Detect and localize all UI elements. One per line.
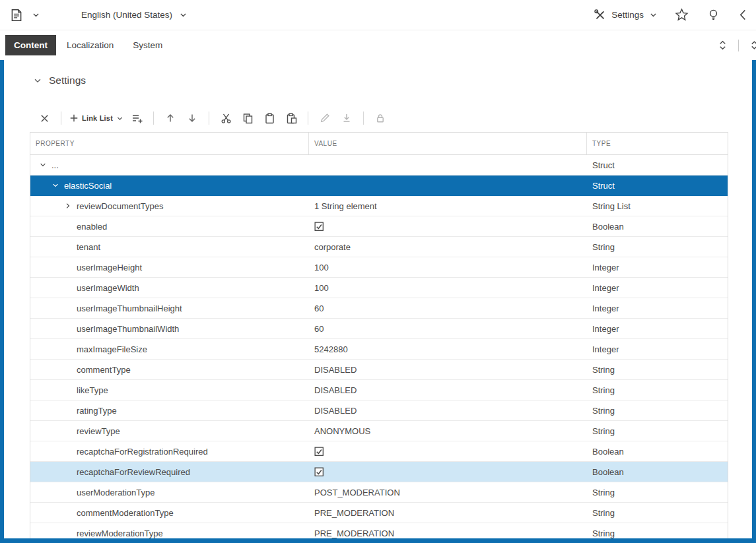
lightbulb-icon[interactable] — [706, 7, 721, 22]
panel-resize-icon[interactable] — [748, 38, 756, 52]
property-value: DISABLED — [309, 360, 587, 379]
edit-button[interactable] — [316, 110, 333, 127]
property-name: recaptchaForRegistrationRequired — [77, 447, 208, 457]
top-bar: English (United States) Settings — [0, 0, 756, 30]
property-value: DISABLED — [309, 400, 587, 420]
pencil-icon — [320, 113, 330, 123]
toolbar-separator — [153, 112, 154, 125]
tools-icon — [594, 9, 606, 21]
tab-localization[interactable]: Localization — [58, 35, 122, 55]
property-value: POST_MODERATION — [309, 482, 587, 502]
property-name: ratingType — [77, 406, 117, 416]
move-up-button[interactable] — [162, 110, 179, 127]
add-link-list-split-button[interactable]: Link List — [69, 110, 123, 127]
struct-row-userimageheight[interactable]: userImageHeight100Integer — [30, 257, 728, 278]
property-value — [309, 176, 587, 195]
struct-row-commenttype[interactable]: commentTypeDISABLEDString — [30, 360, 728, 380]
property-name: elasticSocial — [64, 181, 112, 191]
arrow-up-icon — [165, 113, 176, 123]
property-type: Boolean — [587, 216, 728, 236]
struct-row-reviewdocumenttypes[interactable]: reviewDocumentTypes1 String elementStrin… — [30, 196, 728, 216]
property-type: Integer — [587, 339, 728, 359]
tab-system[interactable]: System — [124, 35, 171, 55]
section-title: Settings — [49, 75, 86, 86]
property-name: enabled — [77, 222, 107, 232]
property-value: 1 String element — [309, 196, 587, 216]
struct-row-tenant[interactable]: tenantcorporateString — [30, 237, 728, 257]
struct-row-recaptchaforregistrationrequired[interactable]: recaptchaForRegistrationRequiredBoolean — [30, 441, 728, 462]
collapse-panel-left-icon[interactable] — [737, 7, 749, 23]
struct-row-userimagethumbnailwidth[interactable]: userImageThumbnailWidth60Integer — [30, 319, 728, 339]
property-name: userImageHeight — [77, 263, 142, 272]
property-type: String List — [587, 196, 728, 216]
property-type: Struct — [587, 176, 728, 195]
property-value — [309, 462, 587, 482]
document-type-icon[interactable] — [8, 7, 25, 24]
property-name: tenant — [77, 242, 100, 252]
property-type: String — [587, 360, 728, 379]
toolbar-separator — [308, 112, 308, 125]
struct-row-usermoderationtype[interactable]: userModerationTypePOST_MODERATIONString — [30, 482, 728, 503]
struct-row-commentmoderationtype[interactable]: commentModerationTypePRE_MODERATIONStrin… — [30, 503, 728, 523]
tab-content[interactable]: Content — [5, 35, 56, 55]
property-type: String — [587, 237, 728, 257]
arrow-down-icon — [187, 113, 197, 123]
move-down-button[interactable] — [184, 110, 201, 127]
struct-row-liketype[interactable]: likeTypeDISABLEDString — [30, 380, 728, 400]
copy-icon — [242, 113, 254, 124]
settings-menu[interactable]: Settings — [594, 9, 658, 21]
delete-button[interactable] — [36, 110, 53, 127]
chevron-down-icon — [649, 11, 658, 19]
chevron-right-icon[interactable] — [64, 202, 77, 210]
struct-row-reviewtype[interactable]: reviewTypeANONYMOUSString — [30, 421, 728, 441]
paste-special-button[interactable] — [283, 110, 300, 127]
property-value: 5242880 — [309, 339, 587, 359]
checkbox-checked[interactable] — [314, 467, 324, 477]
cut-button[interactable] — [217, 110, 234, 127]
property-name: likeType — [77, 385, 108, 395]
download-button[interactable] — [338, 110, 355, 127]
property-type: Integer — [587, 319, 728, 338]
property-name: recaptchaForReviewRequired — [77, 467, 190, 477]
copy-button[interactable] — [239, 110, 256, 127]
add-multiple-items-button[interactable] — [128, 110, 145, 127]
column-header-property[interactable]: PROPERTY — [30, 133, 309, 154]
struct-row-recaptchaforreviewrequired[interactable]: recaptchaForReviewRequiredBoolean — [30, 462, 728, 482]
struct-row-enabled[interactable]: enabledBoolean — [30, 216, 728, 237]
toolbar-divider — [738, 40, 739, 51]
struct-row-reviewmoderationtype[interactable]: reviewModerationTypePRE_MODERATIONString — [30, 523, 728, 543]
struct-row-userimagewidth[interactable]: userImageWidth100Integer — [30, 278, 728, 298]
property-value: 100 — [309, 278, 587, 298]
struct-row-maximagefilesize[interactable]: maxImageFileSize5242880Integer — [30, 339, 728, 360]
chevron-down-icon[interactable] — [39, 161, 52, 169]
struct-editor-toolbar: Link List — [36, 108, 752, 129]
struct-row-elasticsocial[interactable]: elasticSocialStruct — [30, 176, 728, 196]
checkbox-checked[interactable] — [314, 447, 324, 457]
property-name: commentModerationType — [77, 508, 174, 518]
chevron-down-icon — [179, 11, 188, 19]
paste-button[interactable] — [261, 110, 278, 127]
favorites-star-icon[interactable] — [673, 7, 690, 23]
section-collapse-chevron-icon[interactable] — [33, 76, 42, 85]
column-header-value[interactable]: VALUE — [309, 133, 587, 154]
document-dropdown-chevron-icon[interactable] — [30, 9, 42, 20]
language-selector[interactable]: English (United States) — [81, 10, 188, 20]
property-value: 60 — [309, 319, 587, 338]
lock-button[interactable] — [372, 110, 389, 127]
property-value: DISABLED — [309, 380, 587, 400]
property-type: Boolean — [587, 441, 728, 461]
struct-row-userimagethumbnailheight[interactable]: userImageThumbnailHeight60Integer — [30, 298, 728, 319]
property-name: commentType — [77, 365, 131, 375]
property-value — [309, 441, 587, 461]
chevron-down-icon[interactable] — [52, 181, 64, 189]
property-value — [309, 216, 587, 236]
struct-row-ratingtype[interactable]: ratingTypeDISABLEDString — [30, 400, 728, 421]
column-header-type[interactable]: TYPE — [587, 133, 728, 154]
expand-collapse-all-icon[interactable] — [716, 38, 729, 52]
struct-row-[interactable]: ...Struct — [30, 155, 728, 176]
property-value: 60 — [309, 298, 587, 318]
delete-x-icon — [40, 113, 50, 123]
property-name: userModerationType — [77, 488, 155, 497]
property-name: reviewModerationType — [77, 528, 163, 538]
checkbox-checked[interactable] — [314, 222, 324, 232]
